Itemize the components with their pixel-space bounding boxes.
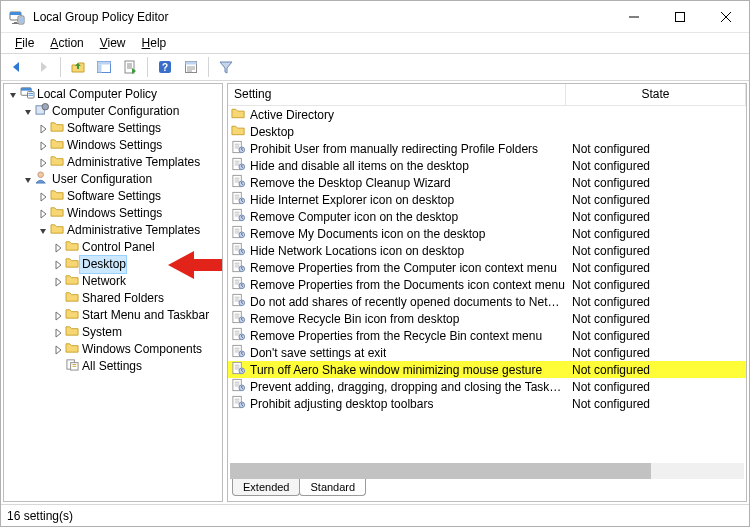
setting-label: Don't save settings at exit xyxy=(246,346,386,360)
tree-item-label: Shared Folders xyxy=(80,290,164,307)
tree-item[interactable]: Desktop xyxy=(6,256,220,273)
menu-view[interactable]: View xyxy=(94,36,132,50)
tree-item[interactable]: Software Settings xyxy=(6,120,220,137)
list-row[interactable]: Remove Computer icon on the desktopNot c… xyxy=(228,208,746,225)
collapse-icon[interactable] xyxy=(6,90,20,100)
list-row[interactable]: Hide and disable all items on the deskto… xyxy=(228,157,746,174)
list-row[interactable]: Do not add shares of recently opened doc… xyxy=(228,293,746,310)
help-button[interactable]: ? xyxy=(153,56,177,78)
menu-action[interactable]: Action xyxy=(44,36,89,50)
tab-standard[interactable]: Standard xyxy=(299,479,366,496)
minimize-button[interactable] xyxy=(611,1,657,33)
collapse-icon[interactable] xyxy=(36,226,50,236)
expand-icon[interactable] xyxy=(51,328,65,338)
tab-extended[interactable]: Extended xyxy=(232,479,300,496)
state-label: Not configured xyxy=(566,244,746,258)
column-setting[interactable]: Setting xyxy=(228,84,566,105)
tree-item[interactable]: Network xyxy=(6,273,220,290)
setting-label: Hide Internet Explorer icon on desktop xyxy=(246,193,454,207)
nav-tree[interactable]: Local Computer PolicyComputer Configurat… xyxy=(6,86,220,375)
menu-file[interactable]: File xyxy=(9,36,40,50)
list-header: Setting State xyxy=(228,84,746,106)
collapse-icon[interactable] xyxy=(21,175,35,185)
policy-icon xyxy=(231,225,246,242)
list-row[interactable]: Hide Internet Explorer icon on desktopNo… xyxy=(228,191,746,208)
expand-icon[interactable] xyxy=(36,192,50,202)
expand-icon[interactable] xyxy=(36,209,50,219)
list-row[interactable]: Desktop xyxy=(228,123,746,140)
scrollbar-thumb[interactable] xyxy=(230,463,651,479)
list-row[interactable]: Prohibit adjusting desktop toolbarsNot c… xyxy=(228,395,746,412)
expand-icon[interactable] xyxy=(51,277,65,287)
list-row[interactable]: Remove Properties from the Computer icon… xyxy=(228,259,746,276)
list-row[interactable]: Remove My Documents icon on the desktopN… xyxy=(228,225,746,242)
tree-item[interactable]: Administrative Templates xyxy=(6,154,220,171)
maximize-button[interactable] xyxy=(657,1,703,33)
tree-item-label: System xyxy=(80,324,122,341)
up-button[interactable] xyxy=(66,56,90,78)
properties-button[interactable] xyxy=(179,56,203,78)
tree-item[interactable]: Local Computer Policy xyxy=(6,86,220,103)
list-row[interactable]: Remove Recycle Bin icon from desktopNot … xyxy=(228,310,746,327)
list-row[interactable]: Remove Properties from the Documents ico… xyxy=(228,276,746,293)
tree-item[interactable]: Windows Components xyxy=(6,341,220,358)
filter-button[interactable] xyxy=(214,56,238,78)
svg-rect-13 xyxy=(21,87,31,90)
expand-icon[interactable] xyxy=(36,158,50,168)
tree-item[interactable]: Shared Folders xyxy=(6,290,220,307)
close-button[interactable] xyxy=(703,1,749,33)
export-list-button[interactable] xyxy=(118,56,142,78)
expand-icon[interactable] xyxy=(51,260,65,270)
tree-item[interactable]: All Settings xyxy=(6,358,220,375)
tree-item[interactable]: Control Panel xyxy=(6,239,220,256)
tree-item[interactable]: Start Menu and Taskbar xyxy=(6,307,220,324)
state-label: Not configured xyxy=(566,295,746,309)
setting-label: Remove Computer icon on the desktop xyxy=(246,210,458,224)
tree-item-label: Local Computer Policy xyxy=(35,86,157,103)
list-row[interactable]: Prevent adding, dragging, dropping and c… xyxy=(228,378,746,395)
list-row[interactable]: Don't save settings at exitNot configure… xyxy=(228,344,746,361)
folder-icon xyxy=(65,307,80,325)
tree-item[interactable]: User Configuration xyxy=(6,171,220,188)
show-hide-tree-button[interactable] xyxy=(92,56,116,78)
back-button[interactable] xyxy=(5,56,29,78)
tree-item[interactable]: System xyxy=(6,324,220,341)
state-label: Not configured xyxy=(566,380,746,394)
tree-item[interactable]: Windows Settings xyxy=(6,205,220,222)
list-row[interactable]: Remove the Desktop Cleanup WizardNot con… xyxy=(228,174,746,191)
setting-label: Prevent adding, dragging, dropping and c… xyxy=(246,380,566,394)
svg-rect-1 xyxy=(10,12,21,15)
expand-icon[interactable] xyxy=(51,311,65,321)
list-row[interactable]: Active Directory xyxy=(228,106,746,123)
folder-icon xyxy=(50,154,65,172)
window-title: Local Group Policy Editor xyxy=(33,10,611,24)
tree-item[interactable]: Windows Settings xyxy=(6,137,220,154)
policy-icon xyxy=(231,293,246,310)
policy-icon xyxy=(231,310,246,327)
menubar: File Action View Help xyxy=(1,33,749,53)
titlebar: Local Group Policy Editor xyxy=(1,1,749,33)
folder-icon xyxy=(50,222,65,240)
tree-item[interactable]: Software Settings xyxy=(6,188,220,205)
policy-icon xyxy=(231,259,246,276)
expand-icon[interactable] xyxy=(36,124,50,134)
list-row[interactable]: Prohibit User from manually redirecting … xyxy=(228,140,746,157)
horizontal-scrollbar[interactable] xyxy=(230,463,744,479)
tree-item[interactable]: Administrative Templates xyxy=(6,222,220,239)
tree-item-label: Software Settings xyxy=(65,120,161,137)
list-row[interactable]: Hide Network Locations icon on desktopNo… xyxy=(228,242,746,259)
expand-icon[interactable] xyxy=(51,345,65,355)
list-panel: Setting State Active DirectoryDesktopPro… xyxy=(227,83,747,502)
collapse-icon[interactable] xyxy=(21,107,35,117)
list-row[interactable]: Remove Properties from the Recycle Bin c… xyxy=(228,327,746,344)
tree-item-label: Windows Settings xyxy=(65,205,162,222)
column-state[interactable]: State xyxy=(566,84,746,105)
list-body[interactable]: Active DirectoryDesktopProhibit User fro… xyxy=(228,106,746,459)
forward-button[interactable] xyxy=(31,56,55,78)
menu-help[interactable]: Help xyxy=(136,36,173,50)
list-row[interactable]: Turn off Aero Shake window minimizing mo… xyxy=(228,361,746,378)
tree-item[interactable]: Computer Configuration xyxy=(6,103,220,120)
tree-item-label: Administrative Templates xyxy=(65,222,200,239)
expand-icon[interactable] xyxy=(51,243,65,253)
expand-icon[interactable] xyxy=(36,141,50,151)
